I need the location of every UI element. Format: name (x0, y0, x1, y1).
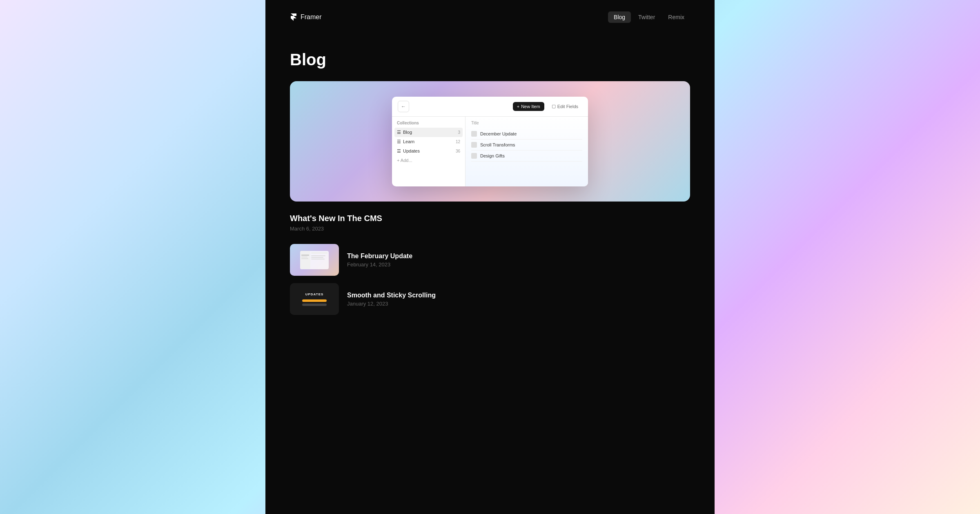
edit-fields-button[interactable]: ▢ Edit Fields (548, 102, 582, 111)
edit-fields-icon: ▢ (552, 104, 556, 109)
framer-icon (290, 13, 297, 21)
collection-learn-count: 12 (456, 140, 460, 144)
edit-fields-label: Edit Fields (557, 104, 578, 109)
cms-body: Collections ☰ Blog 3 ☰ Learn (392, 117, 588, 186)
cms-item-title-scroll: Scroll Transforms (480, 142, 515, 147)
svg-rect-1 (300, 251, 310, 269)
cms-item-icon-scroll (471, 142, 477, 148)
post-item-1[interactable]: UPDATES Smooth and Sticky Scrolling Janu… (290, 283, 690, 315)
feb-thumb-illustration (298, 249, 331, 271)
post-info-1: Smooth and Sticky Scrolling January 12, … (347, 292, 690, 307)
collection-learn-name: Learn (403, 139, 414, 144)
post-thumbnail-0 (290, 244, 339, 276)
cms-content: Title December Update Scroll Transforms … (466, 117, 588, 186)
cms-item-design[interactable]: Design Gifts (471, 151, 582, 162)
cms-mockup: ← + New Item ▢ Edit Fields (290, 81, 690, 202)
cms-toolbar-right: + New Item ▢ Edit Fields (513, 102, 582, 111)
collection-learn[interactable]: ☰ Learn 12 (392, 137, 465, 146)
logo-text: Framer (301, 13, 322, 21)
collection-updates-left: ☰ Updates (397, 148, 420, 154)
plus-icon: + (517, 104, 519, 109)
collection-learn-left: ☰ Learn (397, 139, 414, 144)
post-info-0: The February Update February 14, 2023 (347, 253, 690, 268)
hero-card[interactable]: ← + New Item ▢ Edit Fields (290, 81, 690, 202)
collection-blog-name: Blog (403, 130, 412, 135)
nav-links: Blog Twitter Remix (608, 11, 690, 23)
logo[interactable]: Framer (290, 13, 322, 21)
svg-rect-5 (311, 252, 327, 254)
collection-blog-left: ☰ Blog (397, 130, 412, 135)
svg-rect-2 (301, 255, 309, 256)
new-item-label: New Item (521, 104, 540, 109)
post-list: What's New In The CMS March 6, 2023 (265, 214, 715, 315)
scroll-bar-orange (302, 299, 327, 302)
nav-remix[interactable]: Remix (662, 11, 690, 23)
svg-rect-3 (301, 257, 307, 257)
collections-label: Collections (392, 121, 465, 128)
featured-post-title: What's New In The CMS (290, 214, 690, 223)
svg-rect-7 (311, 257, 323, 258)
collection-updates[interactable]: ☰ Updates 36 (392, 146, 465, 156)
center-panel: Framer Blog Twitter Remix Blog ← + New I… (265, 0, 715, 514)
scroll-thumbnail: UPDATES (290, 283, 339, 315)
collection-learn-icon: ☰ (397, 139, 401, 144)
nav-twitter[interactable]: Twitter (633, 11, 661, 23)
collection-updates-name: Updates (403, 148, 420, 153)
add-collection-button[interactable]: + Add... (392, 156, 465, 165)
post-title-0: The February Update (347, 253, 690, 260)
cms-item-title-december: December Update (480, 131, 517, 136)
cms-item-december[interactable]: December Update (471, 128, 582, 140)
collection-blog-count: 3 (458, 130, 460, 135)
svg-rect-4 (301, 258, 308, 259)
page-title: Blog (265, 34, 715, 81)
post-item-0[interactable]: The February Update February 14, 2023 (290, 244, 690, 276)
svg-rect-6 (311, 255, 325, 256)
svg-rect-8 (311, 259, 325, 259)
post-thumbnail-1: UPDATES (290, 283, 339, 315)
post-date-1: January 12, 2023 (347, 301, 690, 307)
nav-blog[interactable]: Blog (608, 11, 631, 23)
cms-content-header: Title (471, 121, 582, 125)
cms-item-icon-design (471, 153, 477, 159)
cms-back-button[interactable]: ← (398, 101, 409, 112)
cms-item-scroll[interactable]: Scroll Transforms (471, 140, 582, 151)
cms-item-title-design: Design Gifts (480, 153, 505, 158)
cms-window: ← + New Item ▢ Edit Fields (392, 97, 588, 186)
feb-thumbnail (290, 244, 339, 276)
cms-item-icon-december (471, 131, 477, 137)
scroll-bar-dark (302, 304, 327, 306)
cms-sidebar: Collections ☰ Blog 3 ☰ Learn (392, 117, 466, 186)
collection-updates-icon: ☰ (397, 148, 401, 154)
featured-post[interactable]: What's New In The CMS March 6, 2023 (290, 214, 690, 232)
post-title-1: Smooth and Sticky Scrolling (347, 292, 690, 299)
featured-post-date: March 6, 2023 (290, 226, 690, 232)
navigation: Framer Blog Twitter Remix (265, 0, 715, 34)
collection-updates-count: 36 (456, 149, 460, 153)
collection-blog-icon: ☰ (397, 130, 401, 135)
new-item-button[interactable]: + New Item (513, 102, 544, 111)
collection-blog[interactable]: ☰ Blog 3 (394, 128, 463, 137)
cms-toolbar: ← + New Item ▢ Edit Fields (392, 97, 588, 117)
scroll-thumb-label: UPDATES (305, 292, 324, 296)
post-date-0: February 14, 2023 (347, 261, 690, 268)
